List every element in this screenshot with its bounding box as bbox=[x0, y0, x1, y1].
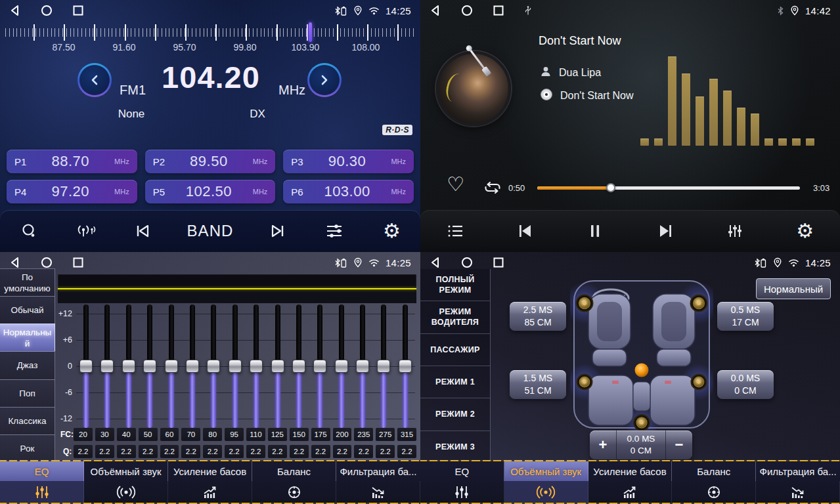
surround-mode-item[interactable]: РЕЖИМ ВОДИТЕЛЯ bbox=[420, 301, 490, 333]
eq-preset-item[interactable]: Нормальный bbox=[0, 324, 55, 352]
pause-icon[interactable] bbox=[582, 223, 608, 239]
playlist-icon[interactable] bbox=[442, 223, 468, 239]
fc-value-box[interactable]: 125 bbox=[268, 428, 287, 441]
slider-thumb[interactable] bbox=[207, 360, 220, 373]
scan-icon[interactable] bbox=[16, 223, 42, 239]
surround-preset-button[interactable]: Нормальный bbox=[756, 278, 831, 299]
fc-value-box[interactable]: 30 bbox=[95, 428, 114, 441]
nav-back-icon[interactable] bbox=[9, 5, 21, 16]
eq-band-slider[interactable] bbox=[376, 304, 391, 428]
nav-home-icon[interactable] bbox=[461, 5, 473, 16]
q-value-box[interactable]: 2.2 bbox=[246, 445, 265, 458]
fc-value-box[interactable]: 315 bbox=[397, 428, 416, 441]
eq-band-slider[interactable] bbox=[79, 304, 93, 428]
radio-preset-p5[interactable]: P5102.50MHz bbox=[145, 180, 276, 203]
radio-preset-p2[interactable]: P289.50MHz bbox=[145, 150, 276, 173]
tab-filter[interactable]: Фильтрация ба... bbox=[336, 461, 420, 503]
q-value-box[interactable]: 2.2 bbox=[225, 445, 244, 458]
slider-thumb[interactable] bbox=[165, 360, 178, 373]
q-value-box[interactable]: 2.2 bbox=[74, 445, 93, 458]
fc-value-box[interactable]: 235 bbox=[354, 428, 373, 441]
slider-thumb[interactable] bbox=[229, 360, 242, 373]
fc-value-box[interactable]: 40 bbox=[117, 428, 136, 441]
tune-down-button[interactable] bbox=[77, 63, 112, 97]
slider-thumb[interactable] bbox=[292, 360, 305, 373]
slider-thumb[interactable] bbox=[100, 360, 114, 373]
slider-thumb[interactable] bbox=[143, 360, 156, 373]
eq-band-slider[interactable] bbox=[206, 304, 221, 428]
radio-preset-p3[interactable]: P390.30MHz bbox=[283, 150, 414, 173]
eq-band-slider[interactable] bbox=[143, 304, 157, 428]
q-value-box[interactable]: 2.2 bbox=[203, 445, 222, 458]
q-value-box[interactable]: 2.2 bbox=[397, 445, 416, 458]
favorite-heart-icon[interactable]: ♡ bbox=[447, 175, 464, 194]
nav-back-icon[interactable] bbox=[430, 5, 441, 16]
eq-preset-item[interactable]: Классика bbox=[0, 407, 55, 435]
slider-thumb[interactable] bbox=[186, 360, 199, 373]
fc-value-box[interactable]: 80 bbox=[203, 428, 222, 441]
frequency-ruler[interactable] bbox=[5, 24, 415, 41]
decrease-delay-button[interactable]: − bbox=[666, 430, 692, 459]
eq-band-slider[interactable] bbox=[292, 304, 306, 428]
q-value-box[interactable]: 2.2 bbox=[160, 445, 179, 458]
q-value-box[interactable]: 2.2 bbox=[333, 445, 352, 458]
nav-back-icon[interactable] bbox=[9, 257, 21, 268]
q-value-box[interactable]: 2.2 bbox=[95, 445, 114, 458]
next-station-icon[interactable] bbox=[264, 224, 290, 238]
nav-recent-icon[interactable] bbox=[493, 5, 504, 16]
slider-thumb[interactable] bbox=[79, 360, 93, 373]
delay-rear-right-button[interactable]: 0.0 MS 0 CM bbox=[717, 370, 774, 399]
eq-preset-item[interactable]: Джаз bbox=[0, 351, 55, 379]
radio-preset-p6[interactable]: P6103.00MHz bbox=[283, 180, 414, 203]
eq-band-slider[interactable] bbox=[334, 304, 349, 428]
band-button[interactable]: BAND bbox=[187, 222, 234, 240]
q-value-box[interactable]: 2.2 bbox=[181, 445, 200, 458]
slider-thumb[interactable] bbox=[250, 360, 263, 373]
fc-value-box[interactable]: 70 bbox=[181, 428, 200, 441]
fc-value-box[interactable]: 275 bbox=[376, 428, 395, 441]
previous-track-icon[interactable] bbox=[512, 223, 539, 239]
nav-recent-icon[interactable] bbox=[72, 5, 84, 16]
increase-delay-button[interactable]: + bbox=[590, 430, 616, 459]
tune-up-button[interactable] bbox=[307, 63, 342, 97]
slider-thumb[interactable] bbox=[377, 360, 390, 373]
slider-thumb[interactable] bbox=[122, 360, 135, 373]
fc-value-box[interactable]: 175 bbox=[311, 428, 330, 441]
q-value-box[interactable]: 2.2 bbox=[117, 445, 136, 458]
surround-mode-item[interactable]: РЕЖИМ 1 bbox=[420, 366, 490, 398]
tab-eq-sliders[interactable]: EQ bbox=[420, 461, 504, 503]
tab-surround[interactable]: Объёмный звук bbox=[84, 461, 168, 503]
eq-band-slider[interactable] bbox=[355, 304, 370, 428]
fc-value-box[interactable]: 50 bbox=[139, 428, 158, 441]
next-track-icon[interactable] bbox=[652, 223, 678, 239]
q-value-box[interactable]: 2.2 bbox=[376, 445, 395, 458]
q-value-box[interactable]: 2.2 bbox=[268, 445, 287, 458]
q-value-box[interactable]: 2.2 bbox=[311, 445, 330, 458]
broadcast-icon[interactable] bbox=[73, 223, 99, 239]
seek-bar[interactable] bbox=[537, 186, 800, 190]
slider-thumb[interactable] bbox=[271, 360, 284, 373]
slider-thumb[interactable] bbox=[313, 360, 326, 373]
nav-home-icon[interactable] bbox=[461, 257, 473, 268]
eq-preset-item[interactable]: Поп bbox=[0, 379, 55, 408]
eq-band-slider[interactable] bbox=[185, 304, 200, 428]
eq-band-slider[interactable] bbox=[228, 304, 242, 428]
audio-settings-sliders-icon[interactable] bbox=[321, 223, 347, 239]
slider-thumb[interactable] bbox=[356, 360, 369, 373]
slider-thumb[interactable] bbox=[335, 360, 348, 373]
q-value-box[interactable]: 2.2 bbox=[290, 445, 309, 458]
nav-back-icon[interactable] bbox=[430, 257, 441, 268]
album-art[interactable] bbox=[436, 51, 511, 126]
radio-preset-p4[interactable]: P497.20MHz bbox=[7, 180, 137, 203]
eq-band-slider[interactable] bbox=[398, 304, 412, 428]
slider-thumb[interactable] bbox=[399, 360, 412, 373]
radio-preset-p1[interactable]: P188.70MHz bbox=[7, 150, 137, 173]
tab-balance[interactable]: Баланс bbox=[252, 461, 336, 503]
surround-mode-item[interactable]: ПАССАЖИР bbox=[420, 334, 490, 366]
fc-value-box[interactable]: 200 bbox=[333, 428, 352, 441]
tab-filter[interactable]: Фильтрация ба... bbox=[756, 461, 840, 503]
eq-band-slider[interactable] bbox=[313, 304, 327, 428]
settings-gear-icon[interactable]: ⚙ bbox=[378, 221, 405, 241]
tab-eq-sliders[interactable]: EQ bbox=[0, 461, 84, 503]
eq-band-slider[interactable] bbox=[100, 304, 114, 428]
